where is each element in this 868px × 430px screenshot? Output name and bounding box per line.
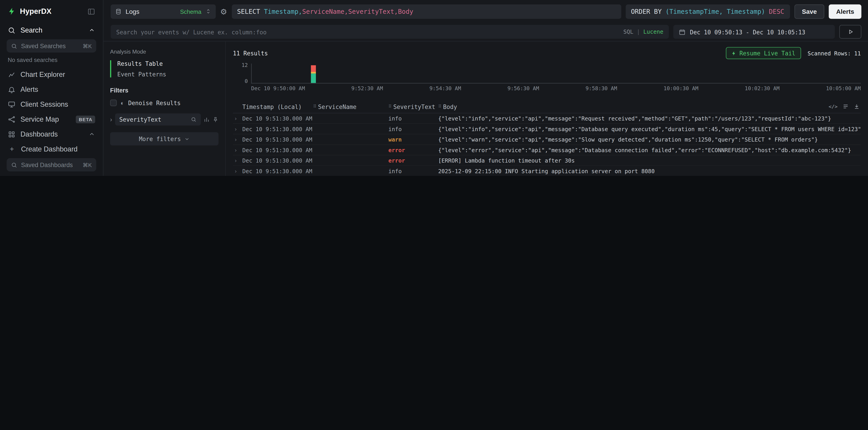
chevron-up-icon[interactable] bbox=[88, 27, 95, 33]
query-language-toggle: SQL | Lucene bbox=[623, 29, 663, 35]
sidebar-header: HyperDX bbox=[0, 0, 103, 23]
search-toolbar: SQL | Lucene Dec 10 09:50:13 - Dec 10 10… bbox=[103, 23, 868, 41]
live-tail-label: Resume Live Tail bbox=[739, 50, 795, 56]
cell-body: {"level":"info","service":"api","message… bbox=[438, 126, 861, 132]
sql-mode-toggle[interactable]: SQL bbox=[623, 29, 633, 35]
filter-search-icon[interactable] bbox=[191, 117, 196, 122]
app-logo[interactable]: HyperDX bbox=[8, 7, 51, 15]
col-header-severitytext[interactable]: ⠿SeverityText bbox=[388, 103, 438, 110]
filter-chart-icon[interactable] bbox=[204, 117, 210, 123]
mode-event-patterns[interactable]: Event Patterns bbox=[117, 71, 219, 77]
expand-row-icon[interactable]: › bbox=[234, 157, 238, 163]
table-row[interactable]: › Dec 10 9:51:30.000 AM warn {"level":"w… bbox=[233, 134, 861, 145]
date-range-value: Dec 10 09:50:13 - Dec 10 10:05:13 bbox=[690, 29, 805, 35]
expand-row-icon[interactable]: › bbox=[234, 115, 238, 122]
service-map-icon bbox=[8, 115, 16, 123]
bar-segment-error bbox=[311, 65, 316, 72]
table-row[interactable]: › Dec 10 9:51:30.000 AM info {"level":"i… bbox=[233, 124, 861, 134]
cell-timestamp: Dec 10 9:51:30.000 AM bbox=[242, 157, 313, 163]
sidebar-item-dashboards[interactable]: Dashboards bbox=[0, 127, 103, 141]
alerts-button[interactable]: Alerts bbox=[829, 4, 861, 19]
lang-divider: | bbox=[637, 29, 640, 35]
run-query-button[interactable] bbox=[839, 25, 862, 39]
row-density-icon[interactable] bbox=[843, 103, 849, 109]
saved-searches-shortcut: ⌘K bbox=[83, 43, 92, 49]
analysis-mode-group: Results Table Event Patterns bbox=[110, 60, 218, 77]
denoise-checkbox[interactable] bbox=[110, 99, 117, 106]
col-header-timestamp[interactable]: Timestamp (Local) bbox=[242, 103, 313, 110]
orderby-direction: DESC bbox=[765, 7, 784, 15]
x-axis-label: 10:05:00 AM bbox=[826, 85, 861, 91]
col-header-servicename[interactable]: ⠿ServiceName bbox=[313, 103, 389, 110]
content: Analysis Mode Results Table Event Patter… bbox=[103, 41, 868, 176]
sidebar-item-chart-explorer[interactable]: Chart Explorer bbox=[0, 67, 103, 82]
orderby-columns: (TimestampTime, Timestamp) bbox=[665, 7, 765, 15]
saved-searches-input[interactable]: Saved Searches ⌘K bbox=[6, 39, 96, 53]
search-icon bbox=[11, 162, 17, 168]
app-title: HyperDX bbox=[20, 7, 52, 15]
main-column: Logs Schema ⚙ SELECT Timestamp,ServiceNa… bbox=[103, 0, 868, 176]
col-header-label: Body bbox=[443, 103, 457, 110]
sql-keyword: SELECT bbox=[237, 7, 264, 15]
chevron-up-icon[interactable] bbox=[88, 131, 95, 137]
collapse-sidebar-icon[interactable] bbox=[87, 7, 95, 15]
create-dashboard-label: Create Dashboard bbox=[21, 145, 78, 153]
table-row[interactable]: › Dec 10 9:51:30.000 AM error {"level":"… bbox=[233, 145, 861, 155]
resume-live-tail-button[interactable]: Resume Live Tail bbox=[725, 47, 801, 59]
sidebar-item-label: Alerts bbox=[21, 86, 38, 93]
table-row[interactable]: › Dec 10 9:51:30.000 AM error [ERROR] La… bbox=[233, 155, 861, 166]
lucene-mode-toggle[interactable]: Lucene bbox=[644, 29, 663, 35]
cell-body: [ERROR] Lambda function timeout after 30… bbox=[438, 157, 861, 163]
x-axis-label: 10:00:30 AM bbox=[663, 85, 699, 91]
event-search-input[interactable] bbox=[116, 29, 623, 35]
download-icon[interactable] bbox=[854, 103, 860, 109]
drag-handle-icon[interactable]: ⠿ bbox=[388, 104, 391, 109]
topbar: Logs Schema ⚙ SELECT Timestamp,ServiceNa… bbox=[103, 0, 868, 23]
search-icon bbox=[8, 26, 16, 34]
source-settings-gear-icon[interactable]: ⚙ bbox=[220, 7, 227, 15]
table-toolbar: </> bbox=[829, 103, 860, 109]
sidebar-item-service-map[interactable]: Service Map BETA bbox=[0, 112, 103, 127]
results-header: 11 Results Resume Live Tail Scanned Rows… bbox=[233, 47, 861, 59]
table-row[interactable]: › Dec 10 9:51:30.000 AM info {"level":"i… bbox=[233, 113, 861, 124]
save-button[interactable]: Save bbox=[794, 4, 825, 19]
table-row[interactable]: › Dec 10 9:51:30.000 AM info 2025-12-09 … bbox=[233, 166, 861, 176]
col-header-body[interactable]: ⠿Body bbox=[438, 103, 861, 110]
create-dashboard-button[interactable]: + Create Dashboard bbox=[0, 141, 103, 157]
histogram-plot[interactable] bbox=[251, 64, 861, 84]
cell-timestamp: Dec 10 9:51:30.000 AM bbox=[242, 147, 313, 153]
denoise-icon: ◐ bbox=[121, 100, 124, 106]
more-filters-button[interactable]: More filters bbox=[110, 132, 218, 145]
x-axis-label: 10:02:30 AM bbox=[745, 85, 780, 91]
expand-row-icon[interactable]: › bbox=[234, 136, 238, 142]
pin-icon[interactable] bbox=[212, 117, 218, 123]
source-selector[interactable]: Logs Schema bbox=[111, 4, 216, 19]
saved-dashboards-input[interactable]: Saved Dashboards ⌘K bbox=[6, 158, 96, 172]
denoise-results-toggle[interactable]: ◐ Denoise Results bbox=[110, 99, 218, 106]
mode-results-table[interactable]: Results Table bbox=[117, 60, 219, 67]
saved-dashboards-placeholder: Saved Dashboards bbox=[21, 161, 73, 168]
order-by-input[interactable]: ORDER BY (TimestampTime, Timestamp) DESC bbox=[625, 4, 790, 19]
expand-row-icon[interactable]: › bbox=[234, 168, 238, 174]
bell-icon bbox=[8, 86, 16, 93]
event-search-wrap: SQL | Lucene bbox=[111, 25, 669, 39]
expand-row-icon[interactable]: › bbox=[234, 147, 238, 153]
no-saved-dashboards-note: No saved dashboards bbox=[0, 172, 103, 176]
sidebar-item-client-sessions[interactable]: Client Sessions bbox=[0, 97, 103, 112]
schema-label: Schema bbox=[180, 8, 201, 14]
severity-filter-label: SeverityText bbox=[119, 116, 161, 123]
drag-handle-icon[interactable]: ⠿ bbox=[438, 104, 441, 109]
chart-explorer-icon bbox=[8, 70, 16, 78]
select-clause-input[interactable]: SELECT Timestamp,ServiceName,SeverityTex… bbox=[231, 4, 621, 19]
code-view-icon[interactable]: </> bbox=[829, 104, 838, 109]
severity-filter-pill[interactable]: SeverityText bbox=[115, 113, 201, 126]
histogram-bar[interactable] bbox=[311, 65, 316, 83]
chevron-right-icon[interactable]: › bbox=[110, 116, 112, 123]
sidebar-item-search[interactable]: Search bbox=[0, 23, 103, 37]
drag-handle-icon[interactable]: ⠿ bbox=[313, 104, 316, 109]
cell-body: {"level":"error","service":"api","messag… bbox=[438, 147, 861, 153]
sidebar-item-alerts[interactable]: Alerts bbox=[0, 82, 103, 97]
expand-row-icon[interactable]: › bbox=[234, 126, 238, 132]
col-header-label: SeverityText bbox=[393, 103, 435, 110]
date-range-picker[interactable]: Dec 10 09:50:13 - Dec 10 10:05:13 bbox=[673, 25, 835, 39]
